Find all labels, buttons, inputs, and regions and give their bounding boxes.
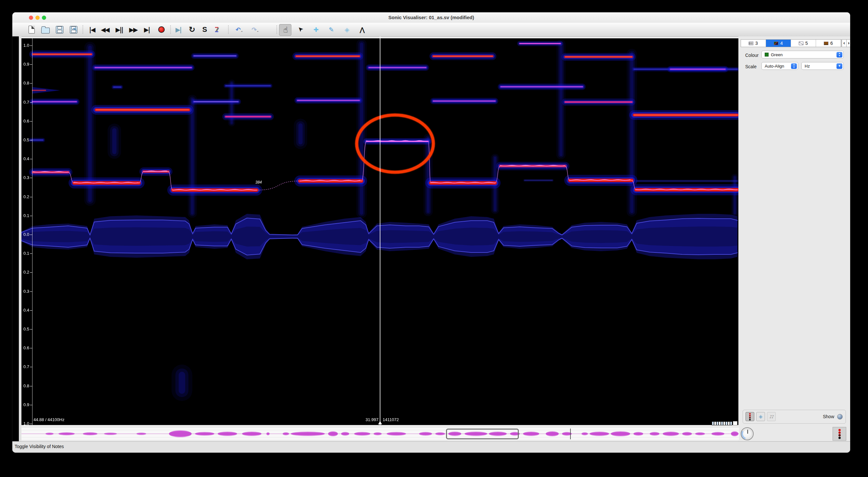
- layer-tab-bar: 3456: [741, 39, 841, 47]
- pan-layer-button[interactable]: ◈: [756, 412, 765, 421]
- align-button[interactable]: ∕∕: [211, 24, 222, 35]
- pane-corner-button[interactable]: [733, 421, 737, 425]
- overview-view-window[interactable]: [446, 428, 519, 439]
- new-session-icon: [29, 26, 35, 33]
- loop-playback-icon: ↻: [189, 25, 194, 34]
- prev-tab-button[interactable]: ‹: [842, 39, 846, 47]
- edit-tool-button[interactable]: ✎: [325, 24, 337, 35]
- move-tool-button[interactable]: ✚: [310, 24, 321, 35]
- cursor-time-readout: 31.997: [346, 417, 378, 422]
- unit-value: Hz: [805, 64, 810, 68]
- tab-layer-5[interactable]: 5: [791, 40, 816, 47]
- play-layer-button[interactable]: [746, 412, 754, 421]
- save-session-as-button[interactable]: ✎: [68, 24, 79, 35]
- solo-button[interactable]: S: [198, 24, 210, 35]
- loop-playback-button[interactable]: ↻: [186, 24, 197, 35]
- axis-tick: [30, 367, 32, 367]
- app-window: Sonic Visualiser: 01_as.sv (modified) ✎|…: [12, 12, 850, 453]
- level-meter-button[interactable]: [833, 427, 846, 441]
- thumbwheel-cell: [723, 421, 725, 425]
- tab-layer-6[interactable]: 6: [816, 40, 841, 47]
- axis-tick: [30, 405, 32, 405]
- undo-button[interactable]: ↶: [234, 24, 245, 35]
- play-pause-button[interactable]: ▶||: [113, 24, 125, 35]
- timevalues-layer-icon: [799, 41, 803, 45]
- erase-tool-icon: ◈: [345, 26, 349, 33]
- erase-tool-button[interactable]: ◈: [341, 24, 352, 35]
- move-tool-icon: ✚: [313, 26, 318, 33]
- overview-strip[interactable]: [22, 427, 739, 440]
- pane-left-margin: [12, 36, 19, 441]
- navigate-tool-button[interactable]: ☝: [279, 24, 291, 36]
- rewind-button[interactable]: ◀◀: [99, 24, 111, 35]
- next-tab-button[interactable]: ›: [846, 39, 850, 47]
- pane-indicator-strip: [19, 36, 22, 441]
- axis-tick: [30, 424, 32, 424]
- fast-forward-button[interactable]: ▶▶: [127, 24, 139, 35]
- notes-icon: ♪♪: [769, 414, 773, 419]
- axis-tick-label: 0.2: [18, 194, 29, 199]
- thumbwheel-cell: [730, 421, 732, 425]
- toolbar-separator: [276, 25, 277, 34]
- unit-dropdown-icon[interactable]: ▾: [836, 63, 842, 69]
- axis-tick: [30, 197, 32, 197]
- unit-select[interactable]: Hz ▾: [801, 62, 844, 70]
- spectrogram-layer-icon: [774, 41, 778, 45]
- pane-controls-group: ◈ ♪♪ Show: [743, 410, 846, 424]
- save-session-as-icon: ✎: [70, 26, 77, 33]
- redo-button[interactable]: ↷: [249, 24, 261, 35]
- undo-icon: ↶: [236, 26, 243, 33]
- tab-label: 6: [830, 40, 833, 46]
- pane-zoom-thumbwheel[interactable]: [712, 421, 732, 425]
- axis-tick-label: 0.0: [18, 232, 29, 237]
- axis-tick: [30, 102, 32, 103]
- axis-tick-label: 0.7: [18, 364, 29, 369]
- playhead-line: [380, 36, 380, 425]
- axis-tick-label: 0.2: [18, 270, 29, 274]
- save-session-button[interactable]: [54, 24, 65, 35]
- midi-notes-button[interactable]: ♪♪: [767, 412, 776, 421]
- fast-forward-icon: ▶▶: [129, 26, 137, 33]
- axis-tick-label: 1.0: [18, 421, 29, 426]
- tab-layer-4[interactable]: 4: [766, 40, 791, 47]
- scale-select[interactable]: Auto-Align ▴▾: [762, 62, 798, 70]
- play-selection-button[interactable]: ▶|: [173, 24, 184, 35]
- axis-tick-label: 0.9: [18, 62, 29, 67]
- axis-tick: [30, 178, 32, 178]
- open-session-button[interactable]: [40, 24, 51, 35]
- meter-dots-icon: [838, 429, 841, 439]
- show-visibility-led[interactable]: [837, 414, 843, 419]
- navigate-tool-icon: ☝: [283, 25, 287, 34]
- measure-tool-button[interactable]: ⋀: [356, 24, 368, 35]
- overview-playhead: [570, 428, 571, 439]
- colour-select[interactable]: Green ▴▾: [762, 51, 844, 59]
- axis-tick-label: 0.1: [18, 251, 29, 256]
- toolbar-separator: [83, 25, 83, 34]
- scale-stepper-icon[interactable]: ▴▾: [791, 63, 797, 69]
- rewind-to-start-button[interactable]: |◀: [86, 24, 98, 35]
- tab-label: 3: [755, 40, 758, 46]
- play-selection-icon: ▶|: [176, 26, 181, 33]
- axis-tick-label: 0.7: [18, 100, 29, 105]
- skip-to-end-button[interactable]: ▶|: [141, 24, 153, 35]
- diamond-icon: ◈: [759, 414, 763, 419]
- select-tool-icon: ➤: [296, 25, 304, 33]
- status-bar: Toggle Visibility of Notes: [12, 441, 850, 453]
- axis-tick-label: 0.5: [18, 138, 29, 142]
- colour-stepper-icon[interactable]: ▴▾: [836, 52, 842, 58]
- select-tool-button[interactable]: ➤: [294, 24, 306, 35]
- axis-line: [32, 38, 32, 425]
- tab-layer-3[interactable]: 3: [741, 40, 766, 47]
- axis-tick-label: 0.4: [18, 308, 29, 312]
- layer-properties-panel: 3456 ‹ › Colour Green ▴▾ Scale Auto-Alig…: [738, 36, 850, 441]
- pencil-icon: ✎: [73, 27, 76, 32]
- playback-speed-knob[interactable]: [741, 427, 754, 440]
- axis-tick-label: 0.8: [18, 81, 29, 86]
- redo-icon: ↷: [251, 26, 259, 33]
- record-button[interactable]: [156, 24, 167, 35]
- new-session-button[interactable]: [26, 24, 37, 35]
- thumbwheel-cell: [725, 421, 728, 425]
- playhead-notch-icon: [378, 421, 382, 424]
- axis-tick: [30, 140, 32, 140]
- main-toolbar: ✎|◀◀◀▶||▶▶▶|▶|↻S∕∕↶↷☝➤✚✎◈⋀: [12, 23, 850, 37]
